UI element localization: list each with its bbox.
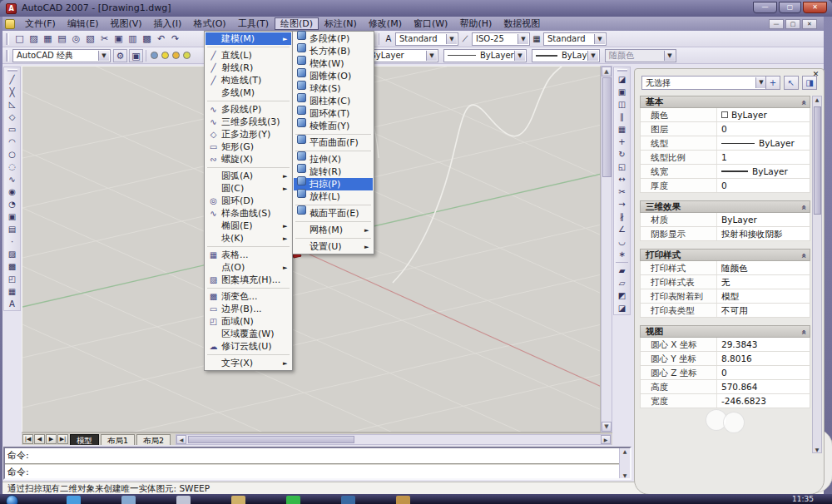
draw-menu-item[interactable]: ╱ 直线(L) ► [206, 49, 291, 62]
draworder-below-icon[interactable]: ◪ [615, 302, 629, 314]
spline-icon[interactable]: ∿ [5, 173, 19, 185]
ellipse-icon[interactable]: ◉ [5, 185, 19, 198]
property-row[interactable]: 打印样式 随颜色 [640, 261, 810, 275]
line-icon[interactable]: ╱ [5, 73, 19, 86]
modeling-submenu-item[interactable]: 网格(M) ► [294, 224, 373, 236]
section-header-plot-style[interactable]: 打印样式 « [640, 249, 810, 261]
publish-icon[interactable]: ▧ [83, 32, 97, 46]
property-value[interactable]: ByLayer [717, 108, 810, 121]
collapse-icon[interactable]: « [798, 329, 809, 334]
chevron-down-icon[interactable]: ▼ [518, 34, 528, 44]
dim-style-combo[interactable]: ISO-25▼ [472, 32, 530, 46]
menubar-item[interactable]: 视图(V) [104, 17, 147, 30]
arc-icon[interactable]: ◠ [5, 136, 19, 148]
property-row[interactable]: 圆心 X 坐标 29.3843 [640, 338, 810, 352]
scroll-right-icon[interactable]: ▶ [601, 435, 611, 444]
property-value[interactable]: 8.8016 [717, 352, 810, 365]
paste-icon[interactable]: ▥ [126, 32, 140, 46]
maximize-button[interactable]: ▢ [779, 2, 801, 13]
copy-icon[interactable]: ▣ [111, 32, 126, 46]
property-value[interactable]: 0 [717, 179, 810, 192]
ellipse-arc-icon[interactable]: ◔ [5, 198, 19, 210]
tab-next-button[interactable]: ▶ [46, 434, 57, 444]
property-value[interactable]: 无 [717, 275, 810, 289]
copy-object-icon[interactable]: ▣ [615, 86, 629, 98]
modeling-submenu-item[interactable]: 设置(U) ► [294, 240, 373, 253]
cut-icon[interactable]: ✂ [97, 32, 111, 46]
modeling-submenu-item[interactable]: 放样(L) ► [294, 190, 373, 203]
property-value[interactable]: 投射和接收阴影 [717, 227, 810, 240]
property-value[interactable]: 模型 [717, 289, 810, 303]
draw-menu-item[interactable]: ◇ 正多边形(Y) ► [206, 128, 291, 141]
taskbar-folder-icon[interactable] [231, 496, 245, 504]
horizontal-scrollbar[interactable]: ◀ ▶ [176, 434, 612, 445]
section-header-view[interactable]: 视图 « [640, 325, 810, 338]
move-icon[interactable]: + [615, 136, 629, 148]
layer-properties-icon[interactable] [151, 52, 158, 59]
command-window[interactable]: 命令: 命令: ▲ ▼ [3, 447, 631, 480]
draworder-front-icon[interactable]: ▰ [615, 264, 629, 277]
trim-icon[interactable]: ✂ [615, 185, 629, 198]
property-value[interactable]: ByLayer [717, 165, 810, 178]
scale-icon[interactable]: ◱ [615, 161, 629, 173]
mdi-close-button[interactable]: ✕ [802, 19, 817, 29]
fillet-icon[interactable]: ◡ [615, 235, 629, 248]
revcloud-icon[interactable]: ◌ [5, 161, 19, 173]
new-icon[interactable]: □ [12, 32, 27, 46]
property-row[interactable]: 图层 0 [640, 122, 810, 136]
chamfer-icon[interactable]: ∠ [615, 223, 629, 235]
toolbar-grip[interactable] [6, 50, 9, 62]
draworder-back-icon[interactable]: ▱ [615, 277, 629, 289]
save-icon[interactable]: ▦ [41, 32, 55, 46]
tab-layout2[interactable]: 布局2 [136, 434, 171, 445]
scroll-up-icon[interactable]: ▲ [602, 67, 612, 77]
draw-menu-item[interactable]: ╱ 构造线(T) ► [206, 74, 291, 86]
menubar-item[interactable]: 数据视图 [498, 17, 546, 30]
property-row[interactable]: 颜色 ByLayer [640, 108, 810, 122]
close-button[interactable]: ✕ [803, 2, 827, 13]
selection-combo[interactable]: 无选择▼ [641, 76, 768, 90]
taskbar-app2-icon[interactable] [176, 496, 191, 504]
menubar-item[interactable]: 工具(T) [232, 17, 275, 30]
text-style-combo[interactable]: Standard▼ [395, 32, 458, 46]
menubar-item[interactable]: 标注(N) [319, 17, 363, 30]
collapse-icon[interactable]: « [798, 253, 809, 258]
collapse-icon[interactable]: « [798, 100, 809, 105]
draw-menu-item[interactable]: 文字(X) ► [206, 357, 291, 369]
property-row[interactable]: 打印样式表 无 [640, 275, 810, 289]
point-icon[interactable]: · [5, 235, 19, 248]
scrollbar-thumb[interactable] [814, 106, 821, 215]
draw-menu-item[interactable]: 块(K) ► [206, 232, 291, 245]
menubar-item[interactable]: 绘图(D) [275, 17, 319, 30]
title-bar[interactable]: A AutoCAD 2007 - [Drawing1.dwg] — ▢ ✕ [0, 0, 832, 17]
extend-icon[interactable]: → [615, 198, 629, 210]
taskbar-app3-icon[interactable] [286, 496, 300, 504]
tab-model[interactable]: 模型 [70, 434, 99, 445]
palette-scrollbar[interactable]: ▲ ▼ [812, 96, 822, 453]
chevron-down-icon[interactable]: ▼ [587, 51, 598, 61]
chevron-down-icon[interactable]: ▼ [446, 34, 457, 44]
section-header-3d-effects[interactable]: 三维效果 « [640, 200, 810, 213]
table-style-combo[interactable]: Standard▼ [543, 32, 607, 46]
property-row[interactable]: 厚度 0 [640, 179, 810, 193]
menubar-item[interactable]: 文件(F) [19, 17, 62, 30]
chevron-down-icon[interactable]: ▼ [426, 51, 437, 61]
draw-menu-item[interactable]: ▦ 表格... ► [206, 249, 291, 261]
taskbar-app1-icon[interactable] [121, 496, 136, 504]
tab-last-button[interactable]: ▶| [57, 434, 68, 444]
toolbar-grip[interactable] [617, 69, 627, 72]
table-icon[interactable]: ▦ [5, 285, 19, 298]
gradient-icon[interactable]: ▩ [5, 260, 19, 273]
menubar-item[interactable]: 帮助(H) [453, 17, 498, 30]
draw-menu-item[interactable]: 椭圆(E) ► [206, 220, 291, 232]
command-input-line[interactable]: 命令: [7, 466, 29, 479]
layer-freeze-icon[interactable] [172, 52, 180, 59]
menubar-item[interactable]: 编辑(E) [62, 17, 105, 30]
property-value[interactable]: 570.864 [717, 380, 810, 393]
draw-menu-item[interactable]: 点(O) ► [206, 261, 291, 274]
section-header-basic[interactable]: 基本 « [640, 96, 810, 108]
make-block-icon[interactable]: ▤ [5, 223, 19, 235]
draw-menu-item[interactable]: ◰ 面域(N) ► [206, 315, 291, 328]
toolbar-grip[interactable] [6, 33, 9, 45]
menubar-item[interactable]: 格式(O) [187, 17, 231, 30]
